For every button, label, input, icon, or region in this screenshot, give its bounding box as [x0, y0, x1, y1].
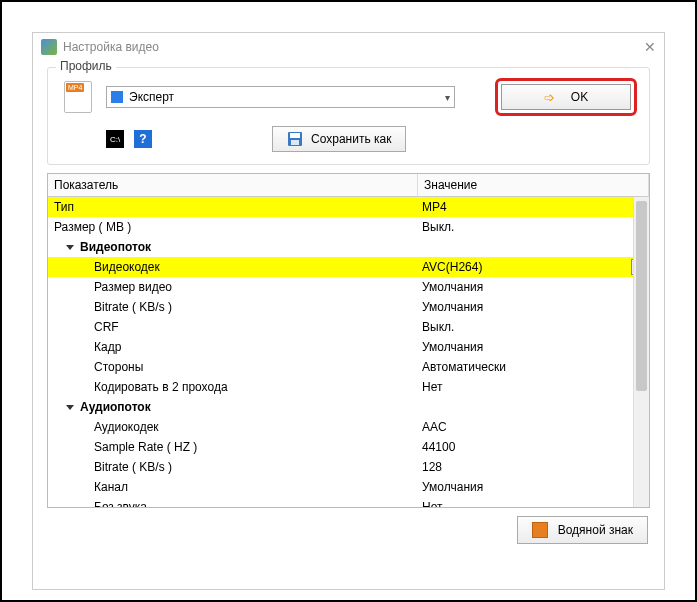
chevron-down-icon: ▾ [445, 92, 450, 103]
row-value: Автоматически [422, 360, 506, 374]
table-row[interactable]: Размер видеоУмолчания [48, 277, 649, 297]
row-label: Кадр [54, 340, 121, 354]
svg-rect-1 [290, 133, 300, 138]
row-value: AAC [422, 420, 447, 434]
row-label: Аудиопоток [80, 400, 151, 414]
watermark-icon [532, 522, 548, 538]
profile-type-icon [111, 91, 123, 103]
dialog-window: Настройка видео ✕ Профиль MP4 Эксперт ▾ … [32, 32, 665, 590]
table-row[interactable]: Размер ( MB )Выкл. [48, 217, 649, 237]
table-row[interactable]: Без звукаНет [48, 497, 649, 507]
row-label: Кодировать в 2 прохода [54, 380, 228, 394]
save-as-button[interactable]: Сохранить как [272, 126, 406, 152]
floppy-disk-icon [287, 131, 303, 147]
header-value[interactable]: Значение [418, 174, 649, 197]
close-icon[interactable]: ✕ [644, 39, 656, 55]
svg-rect-2 [291, 140, 299, 145]
window-title: Настройка видео [63, 40, 644, 54]
row-label: Стороны [54, 360, 143, 374]
row-value: Нет [422, 380, 442, 394]
ok-button[interactable]: ➩ OK [501, 84, 631, 110]
mp4-file-icon: MP4 [60, 79, 96, 115]
ok-button-label: OK [571, 90, 588, 104]
settings-table: Показатель Значение ТипMP4▲Размер ( MB )… [47, 173, 650, 508]
profile-select-value: Эксперт [129, 90, 445, 104]
row-value: AVC(H264) [422, 260, 482, 274]
profile-legend: Профиль [56, 59, 116, 73]
row-label: Размер видео [54, 280, 172, 294]
row-value: Умолчания [422, 300, 483, 314]
row-label: Без звука [54, 500, 147, 507]
scrollbar-thumb[interactable] [636, 201, 647, 391]
table-row[interactable]: КаналУмолчания [48, 477, 649, 497]
row-value: MP4 [422, 200, 447, 214]
table-row[interactable]: Bitrate ( KB/s )Умолчания [48, 297, 649, 317]
row-value: 44100 [422, 440, 455, 454]
row-label: Sample Rate ( HZ ) [54, 440, 197, 454]
vertical-scrollbar[interactable] [633, 197, 649, 507]
table-row[interactable]: Аудиопоток [48, 397, 649, 417]
arrow-right-icon: ➩ [544, 90, 555, 105]
row-label: Аудиокодек [54, 420, 159, 434]
row-value: Умолчания [422, 340, 483, 354]
table-row[interactable]: CRFВыкл. [48, 317, 649, 337]
table-row[interactable]: Sample Rate ( HZ )44100 [48, 437, 649, 457]
table-header: Показатель Значение [48, 174, 649, 197]
row-value: Выкл. [422, 220, 454, 234]
ok-highlight: ➩ OK [495, 78, 637, 116]
expand-icon[interactable] [66, 245, 74, 250]
help-icon[interactable]: ? [134, 130, 152, 148]
row-value: 128 [422, 460, 442, 474]
row-value: Нет [422, 500, 442, 507]
row-label: Тип [54, 200, 74, 214]
profile-fieldset: Профиль MP4 Эксперт ▾ ➩ OK C:\ [47, 67, 650, 165]
table-row[interactable]: Кодировать в 2 проходаНет [48, 377, 649, 397]
save-as-label: Сохранить как [311, 132, 391, 146]
table-row[interactable]: СтороныАвтоматически [48, 357, 649, 377]
row-label: Видеокодек [54, 260, 160, 274]
table-row[interactable]: Видеопоток [48, 237, 649, 257]
row-label: Размер ( MB ) [54, 220, 131, 234]
table-row[interactable]: ВидеокодекAVC(H264)⌄ [48, 257, 649, 277]
app-icon [41, 39, 57, 55]
table-row[interactable]: КадрУмолчания [48, 337, 649, 357]
console-icon[interactable]: C:\ [106, 130, 124, 148]
row-value: Умолчания [422, 480, 483, 494]
row-value: Умолчания [422, 280, 483, 294]
expand-icon[interactable] [66, 405, 74, 410]
row-label: Видеопоток [80, 240, 151, 254]
row-label: CRF [54, 320, 119, 334]
row-label: Bitrate ( KB/s ) [54, 460, 172, 474]
header-param[interactable]: Показатель [48, 174, 418, 197]
titlebar: Настройка видео ✕ [33, 33, 664, 61]
watermark-label: Водяной знак [558, 523, 633, 537]
row-value: Выкл. [422, 320, 454, 334]
table-row[interactable]: Bitrate ( KB/s )128 [48, 457, 649, 477]
watermark-button[interactable]: Водяной знак [517, 516, 648, 544]
table-row[interactable]: АудиокодекAAC [48, 417, 649, 437]
table-row[interactable]: ТипMP4▲ [48, 197, 649, 217]
row-label: Канал [54, 480, 128, 494]
table-body: ТипMP4▲Размер ( MB )Выкл.ВидеопотокВидео… [48, 197, 649, 507]
row-label: Bitrate ( KB/s ) [54, 300, 172, 314]
profile-select[interactable]: Эксперт ▾ [106, 86, 455, 108]
